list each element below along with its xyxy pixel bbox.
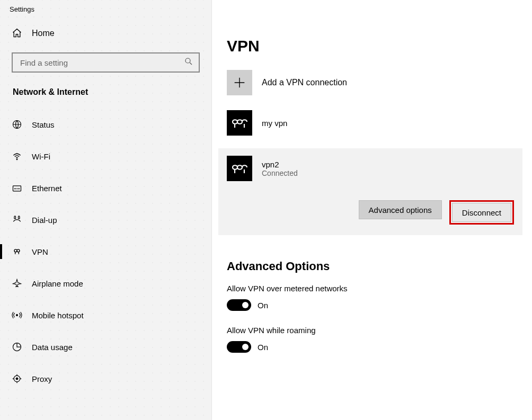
toggle-state: On: [258, 343, 268, 352]
sidebar-item-label: VPN: [32, 247, 48, 256]
plus-icon: [227, 70, 252, 95]
vpn-connection-name: my vpn: [262, 119, 287, 128]
sidebar-item-label: Data usage: [32, 343, 73, 352]
hotspot-icon: [12, 310, 22, 320]
disconnect-button[interactable]: Disconnect: [452, 203, 511, 222]
home-nav-item[interactable]: Home: [0, 21, 211, 46]
sidebar-item-label: Airplane mode: [32, 279, 83, 288]
data-usage-icon: [12, 342, 22, 352]
sidebar-nav: Status Wi-Fi Ethernet Dial-up VPN Airpla…: [0, 109, 211, 395]
sidebar-item-label: Proxy: [32, 374, 52, 383]
vpn-connection-item[interactable]: vpn2 Connected: [227, 156, 514, 181]
search-input[interactable]: [19, 58, 184, 68]
vpn-connection-name: vpn2: [262, 160, 298, 169]
dialup-icon: [12, 215, 22, 225]
toggle-roaming: Allow VPN while roaming On: [227, 326, 525, 353]
sidebar-item-hotspot[interactable]: Mobile hotspot: [0, 299, 211, 331]
sidebar-item-status[interactable]: Status: [0, 109, 211, 140]
sidebar-item-dialup[interactable]: Dial-up: [0, 204, 211, 236]
home-icon: [12, 28, 22, 39]
advanced-options-button[interactable]: Advanced options: [359, 200, 442, 219]
add-vpn-row[interactable]: Add a VPN connection: [227, 70, 525, 95]
proxy-icon: [12, 373, 22, 384]
add-vpn-label: Add a VPN connection: [262, 78, 347, 87]
page-title: VPN: [227, 37, 525, 55]
disconnect-highlight: Disconnect: [449, 200, 514, 225]
vpn-icon: [12, 246, 22, 257]
ethernet-icon: [12, 183, 22, 193]
airplane-icon: [12, 278, 22, 289]
category-title: Network & Internet: [0, 73, 211, 101]
sidebar-item-label: Status: [32, 120, 55, 129]
vpn-connection-item[interactable]: my vpn: [227, 108, 525, 138]
toggle-label: Allow VPN over metered networks: [227, 284, 525, 293]
toggle-label: Allow VPN while roaming: [227, 326, 525, 335]
main-pane: VPN Add a VPN connection my vpn v: [212, 0, 532, 420]
metered-toggle[interactable]: [227, 299, 251, 311]
vpn-connection-selected: vpn2 Connected Advanced options Disconne…: [218, 148, 522, 235]
sidebar-item-label: Mobile hotspot: [32, 311, 84, 320]
sidebar-item-label: Ethernet: [32, 184, 62, 193]
sidebar-item-vpn[interactable]: VPN: [0, 236, 211, 267]
roaming-toggle[interactable]: [227, 341, 251, 353]
search-box[interactable]: [12, 52, 200, 73]
sidebar-item-data-usage[interactable]: Data usage: [0, 331, 211, 363]
sidebar-item-proxy[interactable]: Proxy: [0, 363, 211, 395]
vpn-tile-icon: [227, 110, 252, 136]
vpn-connection-status: Connected: [262, 169, 298, 177]
search-container: [12, 52, 200, 73]
sidebar-item-label: Dial-up: [32, 216, 57, 225]
globe-icon: [12, 119, 22, 130]
settings-sidebar: Settings Home Network & Internet Status: [0, 0, 212, 420]
wifi-icon: [12, 151, 22, 162]
sidebar-item-label: Wi-Fi: [32, 152, 50, 161]
sidebar-item-wifi[interactable]: Wi-Fi: [0, 140, 211, 172]
home-label: Home: [32, 29, 55, 38]
toggle-metered: Allow VPN over metered networks On: [227, 284, 525, 311]
sidebar-item-airplane[interactable]: Airplane mode: [0, 267, 211, 299]
app-title: Settings: [0, 3, 211, 21]
advanced-options-header: Advanced Options: [227, 260, 525, 273]
toggle-state: On: [258, 301, 268, 310]
sidebar-item-ethernet[interactable]: Ethernet: [0, 172, 211, 204]
vpn-tile-icon: [227, 156, 252, 181]
vpn-action-row: Advanced options Disconnect: [227, 200, 514, 225]
search-icon: [184, 57, 193, 68]
